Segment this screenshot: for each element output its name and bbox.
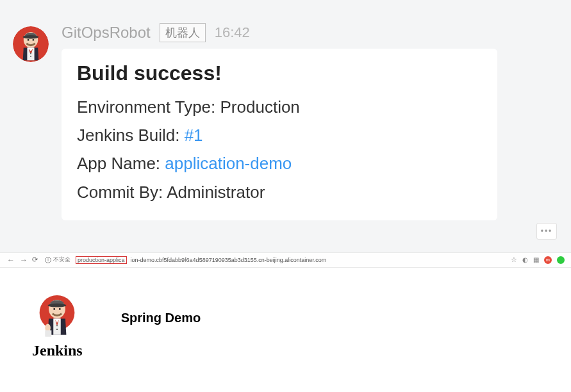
build-line: Jenkins Build: #1 xyxy=(77,121,482,149)
svg-point-4 xyxy=(28,39,29,41)
more-icon: ••• xyxy=(541,227,553,236)
chat-section: GitOpsRobot 机器人 16:42 Build success! Env… xyxy=(0,0,571,252)
message-content: GitOpsRobot 机器人 16:42 Build success! Env… xyxy=(62,23,558,220)
message-card[interactable]: Build success! Environment Type: Product… xyxy=(62,49,497,220)
browser-actions: ☆ ◐ ▦ m xyxy=(511,256,565,264)
bookmark-icon[interactable]: ☆ xyxy=(511,256,517,264)
info-icon: i xyxy=(45,257,51,263)
svg-point-14 xyxy=(59,308,61,310)
app-line: App Name: application-demo xyxy=(77,149,482,177)
bot-badge: 机器人 xyxy=(160,23,206,42)
more-button[interactable]: ••• xyxy=(536,223,557,240)
url-highlighted[interactable]: production-applica xyxy=(76,256,127,264)
commit-value: Administrator xyxy=(167,183,265,202)
build-label: Jenkins Build: xyxy=(77,126,185,145)
card-title: Build success! xyxy=(77,61,482,85)
sender-name: GitOpsRobot xyxy=(62,24,151,42)
forward-button[interactable]: → xyxy=(19,256,28,265)
env-line: Environment Type: Production xyxy=(77,93,482,121)
back-button[interactable]: ← xyxy=(6,256,15,265)
app-link[interactable]: application-demo xyxy=(165,154,292,173)
commit-label: Commit By: xyxy=(77,183,167,202)
svg-point-5 xyxy=(33,39,35,41)
jenkins-wordmark: Jenkins xyxy=(32,342,83,359)
extension-icon-3[interactable]: m xyxy=(544,256,552,264)
jenkins-logo-icon xyxy=(34,293,80,339)
sender-avatar[interactable] xyxy=(13,26,49,62)
app-label: App Name: xyxy=(77,154,165,173)
env-value: Production xyxy=(220,97,300,117)
message-timestamp: 16:42 xyxy=(215,24,250,41)
message-row: GitOpsRobot 机器人 16:42 Build success! Env… xyxy=(13,23,558,220)
message-header: GitOpsRobot 机器人 16:42 xyxy=(62,23,558,42)
svg-point-8 xyxy=(30,56,31,57)
env-label: Environment Type: xyxy=(77,97,220,117)
svg-point-17 xyxy=(56,329,58,330)
page-title: Spring Demo xyxy=(121,311,201,325)
browser-address-bar: ← → ⟳ i 不安全 production-applicaion-demo.c… xyxy=(0,252,571,268)
extension-icon-4[interactable] xyxy=(557,256,565,264)
refresh-button[interactable]: ⟳ xyxy=(32,256,41,264)
commit-line: Commit By: Administrator xyxy=(77,178,482,206)
insecure-text: 不安全 xyxy=(53,256,70,264)
extension-icon-1[interactable]: ◐ xyxy=(522,256,528,263)
jenkins-logo-block: Jenkins xyxy=(32,293,83,359)
svg-point-3 xyxy=(23,35,39,39)
svg-point-12 xyxy=(48,304,67,307)
url-rest[interactable]: ion-demo.cbf5fdabb9f6a4d5897190935ab3d31… xyxy=(131,257,507,263)
security-indicator[interactable]: i 不安全 xyxy=(45,256,70,264)
jenkins-icon xyxy=(13,26,49,62)
page-content: Jenkins Spring Demo xyxy=(0,268,571,385)
svg-point-13 xyxy=(54,308,56,310)
svg-point-16 xyxy=(56,325,58,326)
extension-icon-2[interactable]: ▦ xyxy=(533,256,539,263)
svg-rect-19 xyxy=(46,330,52,336)
build-link[interactable]: #1 xyxy=(185,126,203,145)
